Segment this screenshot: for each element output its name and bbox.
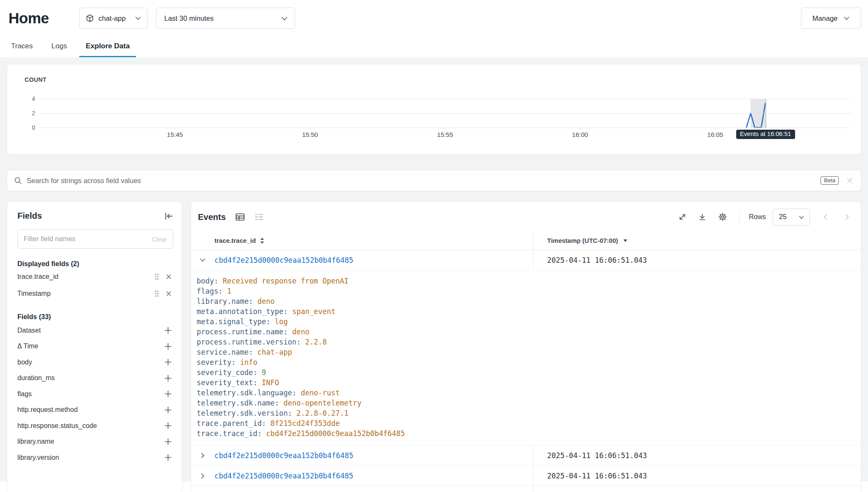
add-field-icon[interactable] (164, 390, 173, 397)
displayed-field-label: trace.trace_id (17, 273, 58, 281)
add-field-icon[interactable] (164, 359, 173, 366)
download-icon[interactable] (698, 213, 707, 221)
displayed-field-row: trace.trace_id (17, 269, 173, 285)
column-header-trace-id[interactable]: trace.trace_id (214, 237, 256, 244)
next-page-icon[interactable] (843, 213, 851, 221)
field-row: Δ Time (17, 339, 173, 355)
add-field-icon[interactable] (164, 438, 173, 445)
gear-icon[interactable] (718, 212, 727, 222)
displayed-field-row: Timestamp (17, 286, 173, 302)
field-filter-input[interactable] (24, 235, 152, 243)
field-row: library.name (17, 434, 173, 450)
row-expand-icon[interactable] (198, 473, 207, 479)
event-row[interactable]: cbd4f2e215d0000c9eaa152b0b4f6485 2025-04… (191, 250, 861, 270)
event-attribute: severity_text: INFO (197, 378, 854, 388)
x-axis-tick-label: 15:45 (167, 131, 183, 138)
rows-per-page-value: 25 (779, 213, 787, 221)
search-input[interactable] (27, 177, 821, 185)
remove-field-icon[interactable] (166, 291, 172, 297)
remove-field-icon[interactable] (166, 274, 172, 280)
chart-plot[interactable]: Events at 16:06:51 4 2 0 15:45 15:50 15:… (39, 99, 851, 128)
field-label: duration_ms (17, 374, 55, 382)
add-field-icon[interactable] (164, 343, 173, 350)
field-label: flags (17, 390, 32, 398)
manage-button[interactable]: Manage (801, 8, 861, 29)
displayed-field-label: Timestamp (17, 290, 51, 297)
event-row[interactable]: cbd4f2e215d0000c9eaa152b0b4f6485 2025-04… (191, 445, 861, 466)
add-field-icon[interactable] (164, 422, 173, 429)
x-axis-tick-mark (175, 128, 175, 130)
add-field-icon[interactable] (164, 375, 173, 382)
fields-panel-title: Fields (17, 211, 42, 221)
displayed-fields-heading: Displayed fields (2) (17, 260, 173, 268)
dataset-label: chat-app (98, 14, 125, 22)
trace-id-link[interactable]: cbd4f2e215d0000c9eaa152b0b4f6485 (214, 472, 353, 480)
chevron-down-icon (135, 16, 141, 20)
chevron-down-icon (798, 215, 804, 219)
row-expand-icon[interactable] (198, 257, 207, 264)
page-title: Home (8, 10, 49, 27)
event-attribute: process.runtime.version: 2.2.8 (197, 337, 854, 347)
chart-gridline (39, 113, 851, 114)
drag-handle-icon[interactable] (155, 290, 159, 297)
field-row: duration_ms (17, 370, 173, 386)
y-axis-tick-label: 2 (24, 110, 35, 117)
sort-desc-icon[interactable] (623, 239, 628, 242)
collapse-panel-icon[interactable] (164, 212, 173, 220)
column-header-timestamp[interactable]: Timestamp (UTC-07:00) (547, 237, 618, 244)
add-field-icon[interactable] (164, 454, 173, 461)
y-axis-tick-label: 0 (24, 124, 35, 131)
event-attribute: flags: 1 (197, 286, 854, 296)
dataset-selector[interactable]: chat-app (79, 8, 147, 29)
event-attribute: trace.trace_id: cbd4f2e215d0000c9eaa152b… (197, 428, 854, 439)
tab-traces[interactable]: Traces (5, 36, 39, 57)
table-view-icon[interactable] (235, 213, 245, 221)
event-attribute: meta.annotation_type: span_event (197, 306, 854, 317)
manage-label: Manage (812, 14, 838, 22)
x-axis-tick-label: 16:05 (707, 131, 723, 138)
list-view-icon[interactable] (254, 213, 264, 221)
count-chart-card: COUNT Events at 16:06:51 4 2 0 15:45 15:… (7, 64, 861, 155)
field-label: Dataset (17, 327, 41, 334)
expand-icon[interactable] (678, 213, 687, 221)
rows-label: Rows (749, 213, 766, 221)
search-icon (14, 177, 22, 185)
add-field-icon[interactable] (164, 406, 173, 414)
package-icon (86, 14, 94, 22)
timestamp-value: 2025-04-11 16:06:51.043 (547, 256, 647, 264)
field-row: http.request.method (17, 402, 173, 418)
field-label: Δ Time (17, 342, 38, 350)
chevron-down-icon (843, 16, 850, 20)
field-filter-clear[interactable]: Clear (152, 236, 167, 243)
add-field-icon[interactable] (164, 327, 173, 334)
chart-gridline (39, 99, 851, 99)
time-range-selector[interactable]: Last 30 minutes (156, 8, 295, 29)
event-attribute: severity: info (197, 357, 854, 367)
x-axis-tick-label: 15:50 (302, 131, 318, 138)
field-row: flags (17, 386, 173, 402)
field-row: http.response.status_code (17, 418, 173, 434)
tab-explore-data[interactable]: Explore Data (79, 36, 136, 57)
row-expand-icon[interactable] (198, 452, 207, 459)
page-content: COUNT Events at 16:06:51 4 2 0 15:45 15:… (0, 57, 868, 481)
x-axis-tick-mark (445, 128, 445, 130)
events-table: trace.trace_id Timestamp (UTC-07:00) (191, 231, 861, 492)
trace-id-link[interactable]: cbd4f2e215d0000c9eaa152b0b4f6485 (214, 451, 353, 460)
trace-id-link[interactable]: cbd4f2e215d0000c9eaa152b0b4f6485 (214, 256, 353, 264)
chart-title: COUNT (25, 76, 47, 83)
previous-page-icon[interactable] (822, 213, 829, 221)
events-panel: Events (191, 201, 861, 492)
field-label: http.request.method (17, 406, 78, 414)
search-clear-icon[interactable] (846, 177, 853, 184)
sort-icon[interactable] (260, 237, 264, 244)
x-axis-tick-mark (580, 128, 581, 130)
field-row: body (17, 354, 173, 370)
chart-tooltip: Events at 16:06:51 (736, 130, 795, 139)
field-row: library.version (17, 450, 173, 466)
event-row[interactable]: cbd4f2e215d0000c9eaa152b0b4f6485 2025-04… (191, 466, 861, 486)
y-axis-tick-label: 4 (24, 95, 35, 102)
rows-per-page-select[interactable]: 25 (773, 208, 810, 225)
tab-logs[interactable]: Logs (45, 36, 73, 57)
drag-handle-icon[interactable] (155, 273, 159, 280)
event-attribute: library.name: deno (197, 296, 854, 306)
